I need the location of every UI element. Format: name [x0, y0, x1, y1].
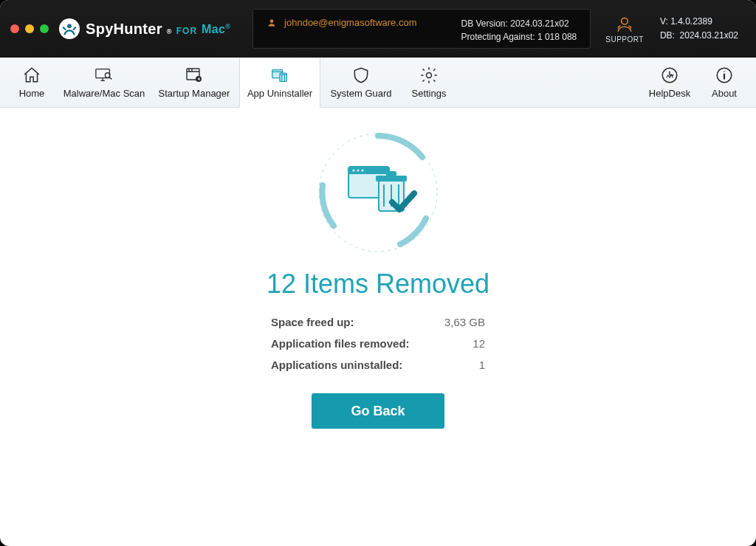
- account-meta: DB Version: 2024.03.21x02 Protecting Aga…: [461, 17, 577, 44]
- helpdesk-icon: [660, 66, 679, 85]
- tab-startup-label: Startup Manager: [159, 88, 230, 99]
- stat-files-value: 12: [472, 337, 485, 350]
- tab-helpdesk-label: HelpDesk: [649, 88, 690, 99]
- shield-icon: [351, 66, 371, 85]
- version-info: V: 1.4.0.2389 DB: 2024.03.21x02: [660, 15, 738, 43]
- tab-uninstaller-label: App Uninstaller: [247, 88, 312, 99]
- tab-guard-label: System Guard: [330, 88, 391, 99]
- minimize-window-icon[interactable]: [25, 24, 34, 33]
- result-hero-graphic: [315, 130, 441, 255]
- db-value: 2024.03.21x02: [680, 30, 738, 41]
- stat-files-removed: Application files removed: 12: [271, 337, 485, 350]
- account-email: johndoe@enigmasoftware.com: [284, 17, 416, 28]
- app-window: SpyHunter® FOR Mac® johndoe@enigmasoftwa…: [0, 0, 756, 546]
- cleanup-complete-icon: [315, 130, 441, 255]
- support-label: SUPPORT: [605, 35, 644, 44]
- stat-apps-label: Applications uninstalled:: [271, 359, 402, 371]
- titlebar: SpyHunter® FOR Mac® johndoe@enigmasoftwa…: [0, 0, 756, 58]
- db-version-value: 2024.03.21x02: [510, 18, 568, 29]
- svg-rect-3: [96, 69, 110, 78]
- tab-settings[interactable]: Settings: [402, 58, 456, 107]
- account-email-block[interactable]: johndoe@enigmasoftware.com: [267, 17, 416, 28]
- go-back-button[interactable]: Go Back: [312, 393, 444, 429]
- svg-point-15: [352, 169, 354, 171]
- db-version-label: DB Version:: [461, 18, 507, 29]
- tab-app-uninstaller[interactable]: App Uninstaller: [239, 58, 320, 107]
- close-window-icon[interactable]: [10, 24, 19, 33]
- svg-rect-20: [386, 171, 396, 176]
- tab-settings-label: Settings: [412, 88, 447, 99]
- tab-startup-manager[interactable]: Startup Manager: [149, 58, 239, 107]
- product-name: SpyHunter® FOR Mac®: [86, 21, 230, 38]
- product-name-text: SpyHunter: [86, 21, 162, 38]
- window-controls: [10, 24, 49, 33]
- user-icon: [267, 18, 277, 28]
- stat-space-freed: Space freed up: 3,63 GB: [271, 316, 485, 328]
- protecting-value: 1 018 088: [537, 32, 577, 42]
- svg-point-17: [361, 169, 363, 171]
- account-info-panel: johndoe@enigmasoftware.com DB Version: 2…: [252, 9, 591, 49]
- stat-apps-value: 1: [479, 359, 485, 371]
- svg-rect-19: [376, 176, 407, 182]
- monitor-scan-icon: [94, 66, 114, 85]
- maximize-window-icon[interactable]: [40, 24, 49, 33]
- tab-helpdesk[interactable]: HelpDesk: [642, 58, 697, 107]
- uninstaller-icon: [270, 66, 289, 85]
- svg-point-2: [622, 18, 628, 24]
- tab-scan-label: Malware/Mac Scan: [63, 88, 145, 99]
- registered-mark: ®: [167, 28, 172, 35]
- protecting-label: Protecting Against:: [461, 32, 535, 42]
- stat-apps-uninstalled: Applications uninstalled: 1: [271, 359, 485, 371]
- tab-about[interactable]: About: [697, 58, 752, 107]
- version-label: V:: [660, 16, 668, 27]
- stat-space-value: 3,63 GB: [444, 316, 485, 328]
- info-icon: [715, 66, 734, 85]
- svg-point-1: [67, 24, 72, 28]
- db-label: DB:: [660, 30, 675, 41]
- result-stats: Space freed up: 3,63 GB Application file…: [271, 316, 485, 371]
- result-headline: 12 Items Removed: [6, 269, 750, 300]
- support-button[interactable]: SUPPORT: [605, 15, 644, 44]
- support-icon: [615, 15, 634, 34]
- logo-icon: [59, 18, 80, 39]
- main-toolbar: Home Malware/Mac Scan Startup Manager Ap…: [0, 58, 756, 108]
- tab-malware-scan[interactable]: Malware/Mac Scan: [59, 58, 149, 107]
- stat-space-label: Space freed up:: [271, 316, 354, 328]
- svg-point-9: [427, 73, 432, 78]
- product-for: FOR: [176, 26, 197, 36]
- content-area: 12 Items Removed Space freed up: 3,63 GB…: [6, 108, 750, 539]
- tab-home[interactable]: Home: [4, 58, 59, 107]
- version-value: 1.4.0.2389: [670, 16, 712, 27]
- svg-point-16: [357, 169, 359, 171]
- product-logo: SpyHunter® FOR Mac®: [59, 18, 230, 39]
- home-icon: [22, 66, 41, 85]
- product-mac: Mac®: [202, 23, 230, 36]
- tab-system-guard[interactable]: System Guard: [320, 58, 402, 107]
- startup-icon: [185, 66, 204, 85]
- stat-files-label: Application files removed:: [271, 337, 410, 350]
- gear-icon: [419, 66, 439, 85]
- tab-about-label: About: [712, 88, 737, 99]
- tab-home-label: Home: [19, 88, 45, 99]
